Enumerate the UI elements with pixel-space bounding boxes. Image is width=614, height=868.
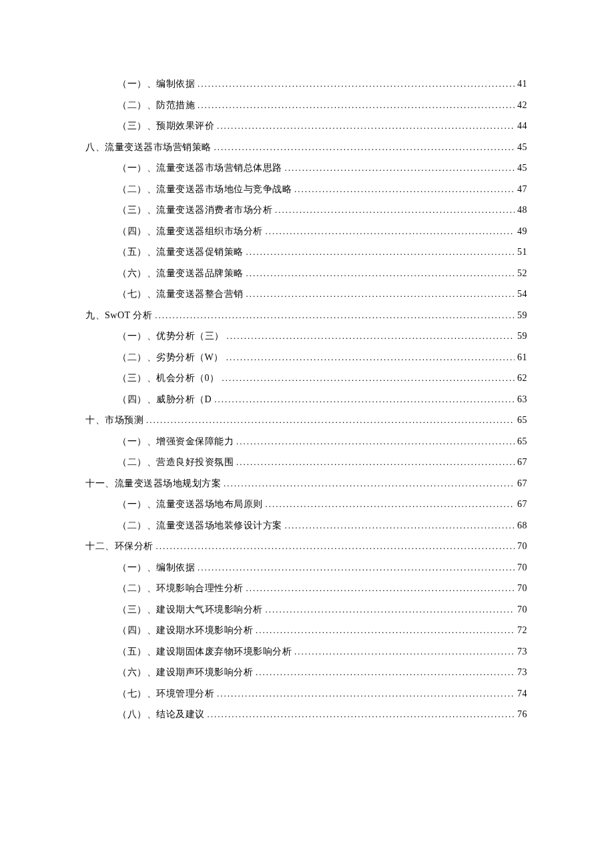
- toc-entry-page: 44: [517, 119, 527, 133]
- toc-entry: 十、市场预测 65: [85, 413, 527, 427]
- toc-entry: （七）、流量变送器整合营销54: [85, 287, 527, 301]
- toc-entry-label: 八、流量变送器市场营销策略: [85, 140, 212, 154]
- toc-dots-leader: [224, 477, 515, 490]
- toc-dots-leader: [222, 372, 515, 385]
- toc-entry-label: （三）、机会分析（0）: [117, 371, 220, 385]
- toc-entry: （八）、结论及建议76: [85, 707, 527, 721]
- toc-entry-label: （一）、优势分析（三）: [117, 329, 224, 343]
- toc-entry-page: 49: [517, 224, 527, 238]
- toc-entry: （二）、流量变送器市场地位与竞争战略47: [85, 182, 527, 196]
- toc-entry-label: （二）、流量变送器场地装修设计方案: [117, 518, 282, 532]
- toc-entry-label: （六）、建设期声环境影响分析: [117, 665, 253, 679]
- toc-dots-leader: [227, 330, 515, 343]
- toc-entry-label: （三）、流量变送器消费者市场分析: [117, 203, 272, 217]
- toc-entry: （二）、环境影响合理性分析70: [85, 581, 527, 595]
- toc-entry-page: 52: [517, 266, 527, 280]
- toc-entry: 十二、环保分析 70: [85, 539, 527, 553]
- toc-dots-leader: [294, 645, 515, 659]
- toc-dots-leader: [198, 77, 515, 91]
- toc-dots-leader: [285, 519, 515, 532]
- toc-entry-page: 65: [517, 413, 527, 427]
- toc-entry-label: 十、市场预测: [85, 413, 143, 427]
- toc-entry-page: 72: [517, 623, 527, 637]
- toc-entry: （六）、建设期声环境影响分析73: [85, 665, 527, 679]
- toc-dots-leader: [246, 288, 515, 301]
- toc-dots-leader: [266, 225, 515, 238]
- toc-entry: （二）、流量变送器场地装修设计方案68: [85, 518, 527, 532]
- toc-dots-leader: [275, 203, 515, 217]
- toc-entry-page: 48: [517, 203, 527, 217]
- toc-dots-leader: [208, 708, 515, 721]
- toc-entry: （五）、流量变送器促销策略51: [85, 245, 527, 259]
- toc-entry-label: 十一、流量变送器场地规划方案: [85, 476, 221, 490]
- toc-entry-label: （一）、编制依据: [117, 77, 195, 91]
- toc-entry: （四）、流量变送器组织市场分析49: [85, 224, 527, 238]
- toc-entry-page: 76: [517, 707, 527, 721]
- toc-dots-leader: [156, 540, 515, 553]
- toc-entry: （二）、营造良好投资氛围67: [85, 455, 527, 469]
- toc-entry-page: 47: [517, 182, 527, 196]
- toc-entry-label: （二）、营造良好投资氛围: [117, 455, 234, 469]
- toc-entry-label: （六）、流量变送器品牌策略: [117, 266, 244, 280]
- toc-dots-leader: [214, 393, 515, 406]
- toc-entry-label: （二）、劣势分析（W）: [117, 350, 224, 364]
- toc-dots-leader: [256, 666, 515, 679]
- toc-entry: （三）、建设期大气环境影响分析70: [85, 602, 527, 616]
- toc-dots-leader: [246, 582, 515, 595]
- toc-entry: （三）、预期效果评价44: [85, 119, 527, 133]
- toc-entry-page: 67: [517, 455, 527, 469]
- toc-entry: （六）、流量变送器品牌策略52: [85, 266, 527, 280]
- toc-entry-page: 41: [517, 77, 527, 91]
- toc-entry: 八、流量变送器市场营销策略 45: [85, 140, 527, 154]
- toc-dots-leader: [246, 267, 515, 280]
- toc-entry-label: （七）、流量变送器整合营销: [117, 287, 244, 301]
- toc-dots-leader: [217, 687, 515, 701]
- toc-entry-label: （四）、威胁分析（D: [117, 392, 212, 406]
- toc-entry: （一）、优势分析（三） 59: [85, 329, 527, 343]
- toc-entry: （一）、编制依据70: [85, 560, 527, 574]
- toc-entry-page: 45: [517, 161, 527, 175]
- toc-entry-page: 67: [517, 497, 527, 511]
- toc-dots-leader: [198, 561, 515, 574]
- toc-entry: （一）、编制依据41: [85, 77, 527, 91]
- toc-entry-label: 九、SwOT 分析: [85, 308, 152, 322]
- toc-entry-label: （八）、结论及建议: [117, 707, 205, 721]
- toc-entry: （四）、威胁分析（D 63: [85, 392, 527, 406]
- toc-entry: （三）、机会分析（0） 62: [85, 371, 527, 385]
- toc-entry-page: 70: [517, 581, 527, 595]
- table-of-contents: （一）、编制依据41（二）、防范措施42（三）、预期效果评价44八、流量变送器市…: [85, 77, 527, 721]
- toc-dots-leader: [256, 624, 515, 637]
- toc-entry-label: （七）、环境管理分析: [117, 687, 214, 701]
- toc-dots-leader: [246, 246, 515, 259]
- toc-entry-page: 54: [517, 287, 527, 301]
- toc-dots-leader: [236, 456, 515, 469]
- toc-entry-page: 70: [517, 539, 527, 553]
- toc-entry: （二）、劣势分析（W） 61: [85, 350, 527, 364]
- toc-entry: 十一、流量变送器场地规划方案 67: [85, 476, 527, 490]
- toc-entry-page: 73: [517, 665, 527, 679]
- toc-entry-label: （三）、建设期大气环境影响分析: [117, 602, 263, 616]
- toc-entry: （三）、流量变送器消费者市场分析48: [85, 203, 527, 217]
- toc-dots-leader: [217, 119, 515, 133]
- toc-entry-page: 73: [517, 644, 527, 659]
- toc-entry-page: 51: [517, 245, 527, 259]
- toc-entry-label: （三）、预期效果评价: [117, 119, 214, 133]
- toc-dots-leader: [266, 498, 515, 511]
- toc-entry-label: （一）、编制依据: [117, 560, 195, 574]
- toc-entry-label: （五）、建设期固体废弃物环境影响分析: [117, 644, 292, 659]
- toc-entry: （一）、流量变送器场地布局原则67: [85, 497, 527, 511]
- toc-entry-page: 59: [517, 329, 527, 343]
- toc-dots-leader: [226, 351, 515, 364]
- toc-entry-label: （二）、环境影响合理性分析: [117, 581, 244, 595]
- toc-entry-label: （一）、增强资金保障能力: [117, 434, 234, 448]
- toc-entry-label: （四）、建设期水环境影响分析: [117, 623, 253, 637]
- toc-entry-page: 63: [517, 392, 527, 406]
- toc-entry-page: 70: [517, 560, 527, 574]
- toc-entry-page: 62: [517, 371, 527, 385]
- toc-entry-label: （一）、流量变送器场地布局原则: [117, 497, 263, 511]
- toc-entry-label: （二）、流量变送器市场地位与竞争战略: [117, 182, 292, 196]
- toc-dots-leader: [198, 99, 515, 112]
- toc-dots-leader: [155, 309, 515, 322]
- toc-entry-page: 74: [517, 687, 527, 701]
- toc-entry: 九、SwOT 分析 59: [85, 308, 527, 322]
